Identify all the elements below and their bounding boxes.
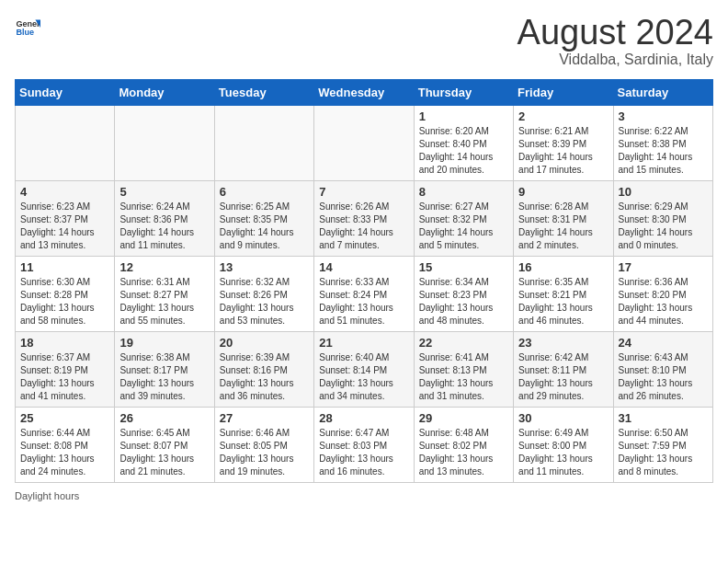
day-number: 29 bbox=[419, 411, 508, 425]
day-cell bbox=[16, 106, 115, 181]
day-number: 13 bbox=[220, 260, 309, 274]
day-info: Sunrise: 6:47 AMSunset: 8:03 PMDaylight:… bbox=[319, 427, 408, 478]
day-info: Sunrise: 6:27 AMSunset: 8:32 PMDaylight:… bbox=[419, 201, 508, 252]
page-header: General Blue August 2024 Viddalba, Sardi… bbox=[15, 15, 713, 68]
day-number: 24 bbox=[619, 336, 708, 350]
col-header-monday: Monday bbox=[115, 80, 214, 106]
day-info: Sunrise: 6:39 AMSunset: 8:16 PMDaylight:… bbox=[220, 351, 309, 403]
day-cell bbox=[115, 106, 214, 181]
day-info: Sunrise: 6:23 AMSunset: 8:37 PMDaylight:… bbox=[20, 201, 109, 252]
day-info: Sunrise: 6:31 AMSunset: 8:27 PMDaylight:… bbox=[119, 276, 209, 327]
day-number: 14 bbox=[319, 260, 408, 274]
logo: General Blue bbox=[15, 15, 40, 40]
header-row: SundayMondayTuesdayWednesdayThursdayFrid… bbox=[16, 80, 713, 106]
day-cell: 23Sunrise: 6:42 AMSunset: 8:11 PMDayligh… bbox=[514, 332, 613, 408]
week-row-5: 25Sunrise: 6:44 AMSunset: 8:08 PMDayligh… bbox=[16, 408, 713, 483]
col-header-saturday: Saturday bbox=[613, 80, 712, 106]
day-number: 8 bbox=[419, 185, 508, 199]
calendar-table: SundayMondayTuesdayWednesdayThursdayFrid… bbox=[15, 79, 713, 483]
day-info: Sunrise: 6:48 AMSunset: 8:02 PMDaylight:… bbox=[419, 427, 508, 478]
day-cell: 2Sunrise: 6:21 AMSunset: 8:39 PMDaylight… bbox=[514, 106, 613, 181]
day-cell: 24Sunrise: 6:43 AMSunset: 8:10 PMDayligh… bbox=[613, 332, 712, 408]
day-info: Sunrise: 6:41 AMSunset: 8:13 PMDaylight:… bbox=[419, 351, 508, 403]
day-number: 18 bbox=[20, 336, 109, 350]
day-number: 9 bbox=[518, 185, 608, 199]
day-cell: 25Sunrise: 6:44 AMSunset: 8:08 PMDayligh… bbox=[16, 408, 115, 483]
week-row-4: 18Sunrise: 6:37 AMSunset: 8:19 PMDayligh… bbox=[16, 332, 713, 408]
day-number: 7 bbox=[319, 185, 408, 199]
day-cell: 7Sunrise: 6:26 AMSunset: 8:33 PMDaylight… bbox=[314, 181, 414, 257]
col-header-tuesday: Tuesday bbox=[214, 80, 313, 106]
day-info: Sunrise: 6:26 AMSunset: 8:33 PMDaylight:… bbox=[319, 201, 408, 252]
day-info: Sunrise: 6:28 AMSunset: 8:31 PMDaylight:… bbox=[518, 201, 608, 252]
day-number: 5 bbox=[119, 185, 209, 199]
day-info: Sunrise: 6:40 AMSunset: 8:14 PMDaylight:… bbox=[319, 351, 408, 403]
day-cell: 6Sunrise: 6:25 AMSunset: 8:35 PMDaylight… bbox=[214, 181, 313, 257]
day-cell: 14Sunrise: 6:33 AMSunset: 8:24 PMDayligh… bbox=[314, 257, 414, 332]
day-cell: 26Sunrise: 6:45 AMSunset: 8:07 PMDayligh… bbox=[115, 408, 214, 483]
day-number: 25 bbox=[20, 411, 109, 425]
day-cell: 11Sunrise: 6:30 AMSunset: 8:28 PMDayligh… bbox=[16, 257, 115, 332]
day-info: Sunrise: 6:49 AMSunset: 8:00 PMDaylight:… bbox=[518, 427, 608, 478]
week-row-2: 4Sunrise: 6:23 AMSunset: 8:37 PMDaylight… bbox=[16, 181, 713, 257]
day-info: Sunrise: 6:42 AMSunset: 8:11 PMDaylight:… bbox=[518, 351, 608, 403]
day-cell bbox=[314, 106, 414, 181]
day-cell: 8Sunrise: 6:27 AMSunset: 8:32 PMDaylight… bbox=[414, 181, 513, 257]
day-number: 22 bbox=[419, 336, 508, 350]
day-info: Sunrise: 6:35 AMSunset: 8:21 PMDaylight:… bbox=[518, 276, 608, 327]
day-number: 20 bbox=[220, 336, 309, 350]
day-info: Sunrise: 6:46 AMSunset: 8:05 PMDaylight:… bbox=[220, 427, 309, 478]
day-cell: 19Sunrise: 6:38 AMSunset: 8:17 PMDayligh… bbox=[115, 332, 214, 408]
day-info: Sunrise: 6:24 AMSunset: 8:36 PMDaylight:… bbox=[119, 201, 209, 252]
week-row-1: 1Sunrise: 6:20 AMSunset: 8:40 PMDaylight… bbox=[16, 106, 713, 181]
day-cell: 4Sunrise: 6:23 AMSunset: 8:37 PMDaylight… bbox=[16, 181, 115, 257]
day-number: 3 bbox=[619, 109, 708, 123]
day-cell: 29Sunrise: 6:48 AMSunset: 8:02 PMDayligh… bbox=[414, 408, 513, 483]
calendar-title: August 2024 bbox=[518, 15, 713, 50]
daylight-label: Daylight hours bbox=[15, 490, 713, 501]
day-cell: 15Sunrise: 6:34 AMSunset: 8:23 PMDayligh… bbox=[414, 257, 513, 332]
day-cell: 30Sunrise: 6:49 AMSunset: 8:00 PMDayligh… bbox=[514, 408, 613, 483]
day-info: Sunrise: 6:50 AMSunset: 7:59 PMDaylight:… bbox=[619, 427, 708, 478]
day-cell: 28Sunrise: 6:47 AMSunset: 8:03 PMDayligh… bbox=[314, 408, 414, 483]
day-info: Sunrise: 6:22 AMSunset: 8:38 PMDaylight:… bbox=[619, 125, 708, 177]
day-number: 11 bbox=[20, 260, 109, 274]
day-number: 4 bbox=[20, 185, 109, 199]
day-cell: 17Sunrise: 6:36 AMSunset: 8:20 PMDayligh… bbox=[613, 257, 712, 332]
day-info: Sunrise: 6:33 AMSunset: 8:24 PMDaylight:… bbox=[319, 276, 408, 327]
day-number: 12 bbox=[119, 260, 209, 274]
day-number: 6 bbox=[220, 185, 309, 199]
week-row-3: 11Sunrise: 6:30 AMSunset: 8:28 PMDayligh… bbox=[16, 257, 713, 332]
day-cell: 5Sunrise: 6:24 AMSunset: 8:36 PMDaylight… bbox=[115, 181, 214, 257]
col-header-friday: Friday bbox=[514, 80, 613, 106]
day-info: Sunrise: 6:44 AMSunset: 8:08 PMDaylight:… bbox=[20, 427, 109, 478]
day-number: 17 bbox=[619, 260, 708, 274]
day-number: 15 bbox=[419, 260, 508, 274]
col-header-wednesday: Wednesday bbox=[314, 80, 414, 106]
day-cell: 9Sunrise: 6:28 AMSunset: 8:31 PMDaylight… bbox=[514, 181, 613, 257]
day-info: Sunrise: 6:43 AMSunset: 8:10 PMDaylight:… bbox=[619, 351, 708, 403]
day-info: Sunrise: 6:36 AMSunset: 8:20 PMDaylight:… bbox=[619, 276, 708, 327]
svg-text:Blue: Blue bbox=[16, 28, 34, 37]
day-number: 21 bbox=[319, 336, 408, 350]
day-info: Sunrise: 6:45 AMSunset: 8:07 PMDaylight:… bbox=[119, 427, 209, 478]
col-header-sunday: Sunday bbox=[16, 80, 115, 106]
day-info: Sunrise: 6:34 AMSunset: 8:23 PMDaylight:… bbox=[419, 276, 508, 327]
day-cell: 22Sunrise: 6:41 AMSunset: 8:13 PMDayligh… bbox=[414, 332, 513, 408]
day-cell: 13Sunrise: 6:32 AMSunset: 8:26 PMDayligh… bbox=[214, 257, 313, 332]
day-info: Sunrise: 6:29 AMSunset: 8:30 PMDaylight:… bbox=[619, 201, 708, 252]
day-number: 10 bbox=[619, 185, 708, 199]
day-cell: 12Sunrise: 6:31 AMSunset: 8:27 PMDayligh… bbox=[115, 257, 214, 332]
day-cell bbox=[214, 106, 313, 181]
day-cell: 16Sunrise: 6:35 AMSunset: 8:21 PMDayligh… bbox=[514, 257, 613, 332]
day-cell: 3Sunrise: 6:22 AMSunset: 8:38 PMDaylight… bbox=[613, 106, 712, 181]
day-info: Sunrise: 6:25 AMSunset: 8:35 PMDaylight:… bbox=[220, 201, 309, 252]
day-info: Sunrise: 6:21 AMSunset: 8:39 PMDaylight:… bbox=[518, 125, 608, 177]
col-header-thursday: Thursday bbox=[414, 80, 513, 106]
day-cell: 10Sunrise: 6:29 AMSunset: 8:30 PMDayligh… bbox=[613, 181, 712, 257]
day-number: 1 bbox=[419, 109, 508, 123]
day-info: Sunrise: 6:37 AMSunset: 8:19 PMDaylight:… bbox=[20, 351, 109, 403]
title-block: August 2024 Viddalba, Sardinia, Italy bbox=[518, 15, 713, 68]
logo-icon: General Blue bbox=[15, 15, 40, 40]
day-cell: 27Sunrise: 6:46 AMSunset: 8:05 PMDayligh… bbox=[214, 408, 313, 483]
